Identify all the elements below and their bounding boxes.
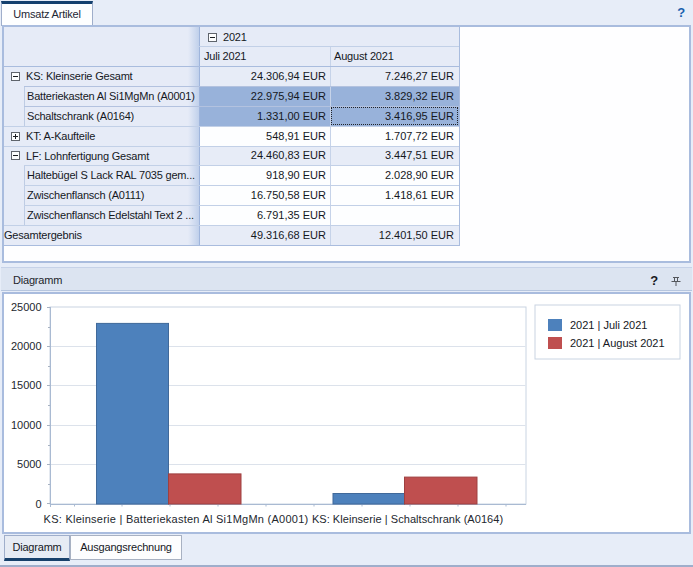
svg-text:2021 | Juli 2021: 2021 | Juli 2021 xyxy=(570,319,647,331)
svg-text:0: 0 xyxy=(35,498,41,510)
svg-text:5000: 5000 xyxy=(17,458,41,470)
svg-text:KS: Kleinserie | Batteriekaste: KS: Kleinserie | Batteriekasten Al Si1Mg… xyxy=(44,513,309,525)
svg-text:10000: 10000 xyxy=(11,419,42,431)
svg-text:2021 | August 2021: 2021 | August 2021 xyxy=(570,337,665,349)
svg-text:25000: 25000 xyxy=(11,301,42,313)
svg-text:15000: 15000 xyxy=(11,379,42,391)
svg-text:KS: Kleinserie | Schaltschrank: KS: Kleinserie | Schaltschrank (A0164) xyxy=(312,513,503,525)
svg-text:20000: 20000 xyxy=(11,340,42,352)
